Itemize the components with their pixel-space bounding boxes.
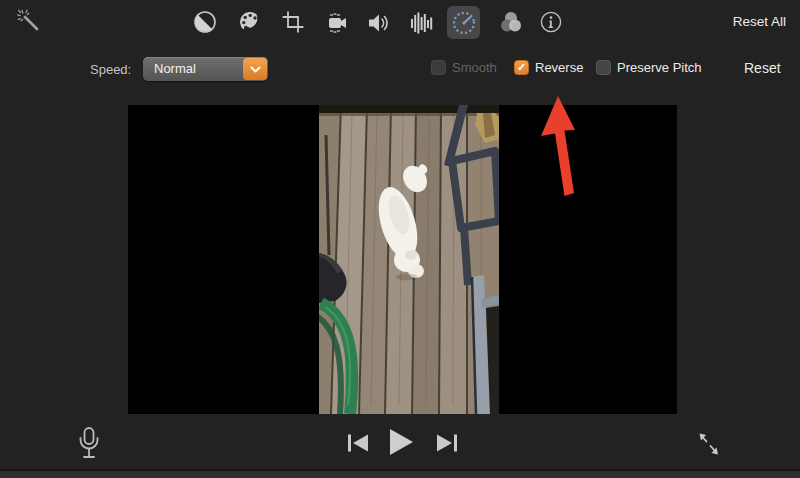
reverse-checkbox-row: ✓ Reverse — [514, 60, 583, 75]
imovie-adjust-panel: Reset All Speed: Normal ✓ Smooth ✓ Rever… — [0, 0, 800, 478]
previous-frame-icon[interactable] — [347, 433, 369, 457]
video-frame-puppy-on-deck — [319, 105, 499, 414]
play-icon[interactable] — [387, 428, 415, 460]
smooth-checkbox-row: ✓ Smooth — [431, 60, 497, 75]
clip-filters-icon[interactable] — [497, 8, 525, 36]
speed-dropdown[interactable]: Normal — [143, 57, 268, 81]
voiceover-mic-icon[interactable] — [76, 426, 102, 468]
reset-button[interactable]: Reset — [744, 60, 781, 76]
speed-dropdown-value: Normal — [154, 61, 196, 76]
noise-reduction-eq-icon[interactable] — [409, 10, 435, 36]
preserve-pitch-label: Preserve Pitch — [617, 60, 702, 75]
stabilization-icon[interactable] — [324, 10, 350, 36]
chevron-down-icon — [243, 58, 267, 80]
smooth-checkbox[interactable]: ✓ — [431, 60, 446, 75]
reverse-label: Reverse — [535, 60, 583, 75]
speed-label: Speed: — [90, 62, 131, 77]
reverse-checkbox[interactable]: ✓ — [514, 60, 529, 75]
cropping-icon[interactable] — [281, 10, 305, 34]
video-preview-viewer[interactable] — [128, 105, 677, 414]
clip-info-icon[interactable] — [540, 11, 562, 33]
preserve-pitch-checkbox[interactable]: ✓ — [596, 60, 611, 75]
speed-icon[interactable] — [447, 6, 480, 39]
timeline-edge — [0, 471, 800, 478]
color-balance-icon[interactable] — [193, 10, 217, 34]
next-frame-icon[interactable] — [436, 433, 458, 457]
smooth-label: Smooth — [452, 60, 497, 75]
enhance-magic-wand-icon[interactable] — [16, 8, 42, 34]
fullscreen-icon[interactable] — [696, 430, 722, 462]
preserve-pitch-checkbox-row: ✓ Preserve Pitch — [596, 60, 702, 75]
volume-icon[interactable] — [366, 10, 392, 36]
color-correction-icon[interactable] — [238, 10, 262, 34]
reset-all-button[interactable]: Reset All — [733, 14, 786, 29]
